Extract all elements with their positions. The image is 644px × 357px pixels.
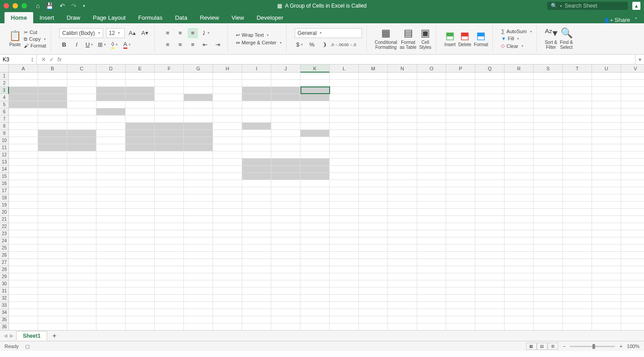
cell-N16[interactable] xyxy=(388,180,417,187)
cell-N10[interactable] xyxy=(388,137,417,144)
cell-Q16[interactable] xyxy=(475,180,505,187)
cell-E32[interactable] xyxy=(126,295,155,302)
cell-J22[interactable] xyxy=(271,223,300,230)
cell-I7[interactable] xyxy=(242,116,271,123)
border-button[interactable]: ⊞ xyxy=(97,40,107,50)
cell-C36[interactable] xyxy=(67,323,96,331)
column-header-A[interactable]: A xyxy=(9,65,38,73)
cell-A13[interactable] xyxy=(9,159,38,166)
row-header-30[interactable]: 30 xyxy=(0,280,9,288)
cell-D19[interactable] xyxy=(96,202,126,209)
cell-O36[interactable] xyxy=(417,323,446,331)
search-box[interactable]: 🔍 ▾ Search Sheet xyxy=(547,2,628,10)
cell-F6[interactable] xyxy=(155,108,184,116)
cell-L28[interactable] xyxy=(330,266,359,273)
cell-Q25[interactable] xyxy=(475,245,505,252)
cell-C2[interactable] xyxy=(67,80,96,87)
cell-J7[interactable] xyxy=(271,116,300,123)
cell-K32[interactable] xyxy=(300,295,330,302)
undo-icon[interactable]: ↶ xyxy=(60,2,65,9)
column-header-F[interactable]: F xyxy=(155,65,184,73)
tab-draw[interactable]: Draw xyxy=(61,12,87,23)
cell-B31[interactable] xyxy=(38,288,67,295)
cell-V30[interactable] xyxy=(621,280,644,288)
cell-H30[interactable] xyxy=(213,280,242,288)
tab-page-layout[interactable]: Page Layout xyxy=(87,12,132,23)
cell-H5[interactable] xyxy=(213,101,242,108)
zoom-slider[interactable] xyxy=(570,346,615,347)
cell-O15[interactable] xyxy=(417,173,446,180)
cell-O11[interactable] xyxy=(417,144,446,151)
cell-A32[interactable] xyxy=(9,295,38,302)
cell-S23[interactable] xyxy=(534,230,563,237)
cell-F32[interactable] xyxy=(155,295,184,302)
cell-H31[interactable] xyxy=(213,288,242,295)
sheet-nav-next-icon[interactable]: ▶ xyxy=(10,333,13,339)
cell-U30[interactable] xyxy=(592,280,621,288)
cell-R16[interactable] xyxy=(505,180,534,187)
cell-K35[interactable] xyxy=(300,316,330,323)
cell-O10[interactable] xyxy=(417,137,446,144)
orientation-icon[interactable]: ⤸ xyxy=(200,28,210,38)
column-header-V[interactable]: V xyxy=(621,65,644,73)
cell-A25[interactable] xyxy=(9,245,38,252)
cell-B16[interactable] xyxy=(38,180,67,187)
cell-C16[interactable] xyxy=(67,180,96,187)
cell-V3[interactable] xyxy=(621,87,644,94)
cell-I14[interactable] xyxy=(242,166,271,173)
cell-Q28[interactable] xyxy=(475,266,505,273)
cell-N34[interactable] xyxy=(388,309,417,316)
cell-I17[interactable] xyxy=(242,187,271,194)
cell-I11[interactable] xyxy=(242,144,271,151)
percent-icon[interactable]: % xyxy=(307,40,317,50)
row-header-32[interactable]: 32 xyxy=(0,295,9,302)
cell-D17[interactable] xyxy=(96,187,126,194)
cell-K26[interactable] xyxy=(300,252,330,259)
cell-N3[interactable] xyxy=(388,87,417,94)
cell-C31[interactable] xyxy=(67,288,96,295)
cell-S26[interactable] xyxy=(534,252,563,259)
cell-G27[interactable] xyxy=(184,259,213,266)
cell-P1[interactable] xyxy=(446,73,475,80)
cell-B25[interactable] xyxy=(38,245,67,252)
cell-E12[interactable] xyxy=(126,151,155,159)
cell-B17[interactable] xyxy=(38,187,67,194)
cell-V12[interactable] xyxy=(621,151,644,159)
row-header-29[interactable]: 29 xyxy=(0,273,9,280)
cell-H23[interactable] xyxy=(213,230,242,237)
cell-K33[interactable] xyxy=(300,302,330,309)
cell-D34[interactable] xyxy=(96,309,126,316)
cell-A34[interactable] xyxy=(9,309,38,316)
cell-F16[interactable] xyxy=(155,180,184,187)
cell-S14[interactable] xyxy=(534,166,563,173)
cell-C7[interactable] xyxy=(67,116,96,123)
cell-G28[interactable] xyxy=(184,266,213,273)
cell-A11[interactable] xyxy=(9,144,38,151)
column-header-H[interactable]: H xyxy=(213,65,242,73)
cell-D32[interactable] xyxy=(96,295,126,302)
cell-H36[interactable] xyxy=(213,323,242,331)
cell-K7[interactable] xyxy=(300,116,330,123)
cell-D22[interactable] xyxy=(96,223,126,230)
cell-C8[interactable] xyxy=(67,123,96,130)
cell-C11[interactable] xyxy=(67,144,96,151)
cell-V16[interactable] xyxy=(621,180,644,187)
cell-P17[interactable] xyxy=(446,187,475,194)
cut-button[interactable]: ✂Cut xyxy=(24,30,46,35)
cell-O25[interactable] xyxy=(417,245,446,252)
cell-S27[interactable] xyxy=(534,259,563,266)
cell-Q13[interactable] xyxy=(475,159,505,166)
cell-L18[interactable] xyxy=(330,194,359,202)
cell-M14[interactable] xyxy=(359,166,388,173)
cell-G15[interactable] xyxy=(184,173,213,180)
cell-Q32[interactable] xyxy=(475,295,505,302)
decrease-font-icon[interactable]: A▾ xyxy=(140,28,150,38)
cell-H20[interactable] xyxy=(213,209,242,216)
cell-H18[interactable] xyxy=(213,194,242,202)
cell-S15[interactable] xyxy=(534,173,563,180)
cell-T17[interactable] xyxy=(563,187,592,194)
cells-area[interactable] xyxy=(9,73,644,331)
cell-L11[interactable] xyxy=(330,144,359,151)
share-button[interactable]: 👤+ Share xyxy=(604,17,630,23)
tab-home[interactable]: Home xyxy=(4,12,33,23)
